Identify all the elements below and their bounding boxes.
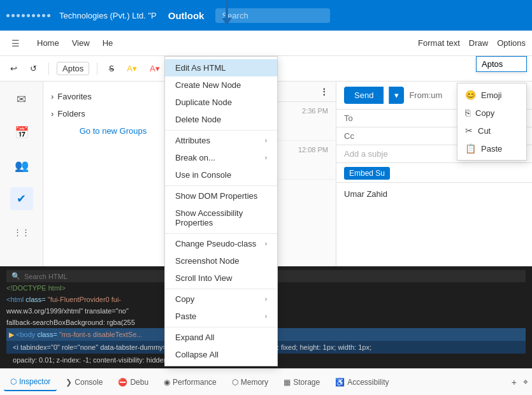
scroll-into-view-label: Scroll Into View bbox=[175, 273, 232, 283]
menu-item-break-on[interactable]: Break on... › bbox=[165, 149, 277, 166]
change-pseudo-label: Change Pseudo-class bbox=[175, 239, 256, 248]
emoji-icon: 😊 bbox=[465, 90, 476, 100]
toolbar-draw[interactable]: Draw bbox=[469, 38, 488, 48]
send-button[interactable]: Send bbox=[344, 87, 384, 104]
undo-button[interactable]: ↩ bbox=[6, 62, 21, 75]
paste-arrow: › bbox=[265, 313, 267, 320]
accessibility-label: Accessibility bbox=[347, 378, 389, 387]
folders-section[interactable]: › Folders bbox=[43, 105, 183, 122]
menu-item-use-in-console[interactable]: Use in Console bbox=[165, 166, 277, 183]
hamburger-icon[interactable]: ☰ bbox=[6, 34, 24, 52]
duplicate-node-label: Duplicate Node bbox=[175, 97, 232, 107]
font-selector[interactable]: Aptos bbox=[57, 62, 89, 75]
menu-item-expand-all[interactable]: Expand All bbox=[165, 327, 277, 346]
sidebar-people-icon[interactable]: 👥 bbox=[10, 154, 33, 177]
send-dropdown-button[interactable]: ▾ bbox=[389, 87, 404, 104]
delete-node-label: Delete Node bbox=[175, 115, 221, 124]
break-on-arrow: › bbox=[265, 154, 267, 161]
console-label: Console bbox=[75, 378, 103, 387]
menu-item-paste[interactable]: Paste › bbox=[165, 308, 277, 325]
performance-label: Performance bbox=[173, 378, 217, 387]
storage-icon: ▦ bbox=[284, 378, 291, 387]
menu-item-scroll-into-view[interactable]: Scroll Into View bbox=[165, 269, 277, 287]
tab-performance[interactable]: ◉ Performance bbox=[157, 374, 223, 391]
cut-icon: ✂ bbox=[465, 126, 473, 136]
memory-label: Memory bbox=[241, 378, 268, 387]
emoji-context-menu: 😊 Emoji ⎘ Copy ✂ Cut 📋 Paste bbox=[457, 83, 527, 161]
company-name: Technologies (Pvt.) Ltd. "P bbox=[59, 11, 157, 20]
doctype-text: <!DOCTYPE html> bbox=[6, 284, 66, 292]
top-bar: Technologies (Pvt.) Ltd. "P Outlook bbox=[0, 0, 532, 31]
inspector-label: Inspector bbox=[19, 377, 50, 386]
font-input-value: Aptos bbox=[482, 59, 503, 69]
nav-bar: ☰ Home View He Format text Draw Options bbox=[0, 31, 532, 56]
favorites-chevron: › bbox=[51, 92, 54, 101]
add-tab-button[interactable]: + bbox=[512, 377, 517, 387]
context-menu: Edit As HTML Create New Node Duplicate N… bbox=[164, 56, 278, 366]
nav-view[interactable]: View bbox=[72, 38, 90, 48]
emoji-menu-copy[interactable]: ⎘ Copy bbox=[457, 104, 526, 122]
emoji-menu-cut[interactable]: ✂ Cut bbox=[457, 122, 526, 140]
search-icon: 🔍 bbox=[11, 272, 20, 280]
tab-accessibility[interactable]: ♿ Accessibility bbox=[329, 374, 395, 391]
sidebar-calendar-icon[interactable]: 📅 bbox=[10, 121, 33, 144]
new-groups-link[interactable]: Go to new Groups bbox=[43, 122, 183, 140]
sidebar-mail-icon[interactable]: ✉ bbox=[10, 88, 33, 111]
menu-item-create-new-node[interactable]: Create New Node bbox=[165, 76, 277, 94]
sidebar-tasks-icon[interactable]: ✔ bbox=[10, 187, 33, 210]
paste-text: Paste bbox=[481, 144, 502, 154]
toolbar-options[interactable]: Options bbox=[497, 38, 526, 48]
sidebar-grid-icon[interactable]: ⋮⋮ bbox=[10, 220, 33, 243]
nav-he[interactable]: He bbox=[103, 38, 113, 48]
arrow-indicator bbox=[222, 0, 232, 25]
undo-forward-button[interactable]: ↺ bbox=[26, 62, 41, 75]
menu-item-show-dom[interactable]: Show DOM Properties bbox=[165, 185, 277, 205]
show-dom-label: Show DOM Properties bbox=[175, 191, 257, 201]
menu-item-screenshot-node[interactable]: Screenshot Node bbox=[165, 252, 277, 269]
menu-item-delete-node[interactable]: Delete Node bbox=[165, 111, 277, 128]
tab-memory[interactable]: ⬡ Memory bbox=[226, 374, 275, 391]
menu-item-show-accessibility[interactable]: Show Accessibility Properties bbox=[165, 205, 277, 231]
cc-label: Cc bbox=[344, 131, 363, 141]
emoji-menu-paste[interactable]: 📋 Paste bbox=[457, 140, 526, 157]
show-accessibility-label: Show Accessibility Properties bbox=[175, 208, 267, 227]
tab-inspector[interactable]: ⬡ Inspector bbox=[4, 373, 57, 391]
menu-item-copy[interactable]: Copy › bbox=[165, 289, 277, 308]
highlight-button[interactable]: A▾ bbox=[123, 62, 141, 75]
color-button[interactable]: A▾ bbox=[146, 62, 164, 75]
emoji-menu-emoji[interactable]: 😊 Emoji bbox=[457, 86, 526, 104]
debug-label: Debu bbox=[130, 378, 148, 387]
strikethrough-button[interactable]: S̶ bbox=[105, 62, 118, 75]
use-console-label: Use in Console bbox=[175, 170, 231, 180]
app-name: Outlook bbox=[168, 10, 205, 21]
menu-item-duplicate-node[interactable]: Duplicate Node bbox=[165, 94, 277, 111]
favorites-label: Favorites bbox=[57, 92, 91, 101]
toolbar-formattext[interactable]: Format text bbox=[418, 38, 460, 48]
tab-storage[interactable]: ▦ Storage bbox=[277, 374, 326, 391]
menu-item-edit-as-html[interactable]: Edit As HTML bbox=[165, 59, 277, 76]
accessibility-icon: ♿ bbox=[335, 378, 345, 387]
embed-button[interactable]: Embed Su bbox=[344, 167, 390, 180]
menu-item-attributes[interactable]: Attributes › bbox=[165, 130, 277, 149]
cut-label: Cut bbox=[478, 126, 491, 136]
copy-arrow: › bbox=[265, 296, 267, 303]
email-list-icon[interactable]: ⋮ bbox=[320, 87, 328, 96]
tab-console[interactable]: ❯ Console bbox=[59, 374, 109, 391]
folders-label: Folders bbox=[57, 109, 85, 118]
tab-debug[interactable]: ⛔ Debu bbox=[111, 374, 155, 391]
email-time-2: 12:08 PM bbox=[298, 146, 328, 154]
change-pseudo-arrow: › bbox=[265, 240, 267, 247]
top-search-input[interactable] bbox=[215, 8, 330, 23]
attributes-arrow: › bbox=[265, 137, 267, 144]
email-time-1: 2:36 PM bbox=[302, 107, 328, 115]
favorites-section[interactable]: › Favorites bbox=[43, 88, 183, 105]
copy-label: Copy bbox=[175, 294, 194, 304]
nav-home[interactable]: Home bbox=[37, 38, 59, 48]
paste-label: Paste bbox=[175, 312, 196, 321]
target-button[interactable]: ⌖ bbox=[523, 377, 528, 387]
user-name: Umar Zahid bbox=[344, 189, 387, 199]
menu-item-collapse-all[interactable]: Collapse All bbox=[165, 346, 277, 363]
embed-button-row: Embed Su bbox=[336, 163, 532, 183]
menu-item-change-pseudo[interactable]: Change Pseudo-class › bbox=[165, 233, 277, 252]
performance-icon: ◉ bbox=[164, 378, 170, 387]
